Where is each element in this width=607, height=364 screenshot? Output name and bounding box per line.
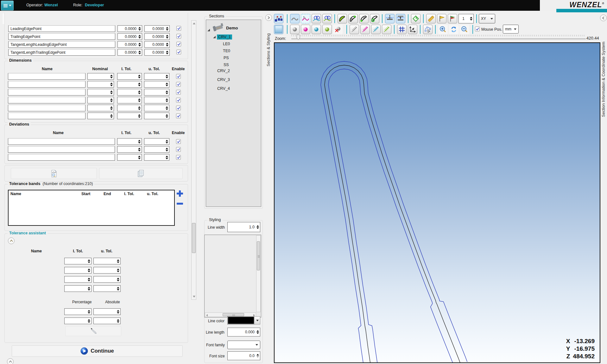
ltol-spinner[interactable]: 0.0000 [117,41,142,48]
spinner-arrows[interactable] [165,73,169,79]
enable-checkbox[interactable] [176,74,181,79]
spinner-arrows[interactable] [87,267,91,273]
utol-spinner[interactable] [93,258,121,264]
airfoil-green-button[interactable] [338,14,347,23]
tree-item-demo[interactable]: Demo [226,26,238,30]
spinner-arrows[interactable] [109,81,114,87]
airfoil-le-button[interactable] [348,14,358,23]
spinner-arrows[interactable] [165,89,169,95]
left-panel-scrollbar[interactable] [191,20,196,300]
points-best-button[interactable] [322,25,332,34]
tree-item-ps[interactable]: PS [224,56,229,60]
spinner-arrows[interactable] [137,97,142,103]
spinner-arrows[interactable] [109,97,114,103]
flag-single-button[interactable] [437,14,446,23]
enable-checkbox[interactable] [176,26,181,31]
ltol-spinner[interactable] [117,154,142,161]
utol-spinner[interactable]: 0.0000 [144,49,170,56]
expand-info-strip-button[interactable] [600,15,607,21]
utol-spinner[interactable]: 0.0000 [144,33,170,40]
dimension-name[interactable] [8,89,85,96]
enable-checkbox[interactable] [176,42,181,46]
airfoil-circle-button[interactable] [370,14,379,23]
ltol-spinner[interactable] [64,267,92,274]
ltol-spinner[interactable] [117,146,142,153]
collapse-assistant-button[interactable] [8,238,15,244]
ltol-spinner[interactable] [64,258,92,264]
preview-curve-button[interactable] [11,168,97,179]
zoom-out-button[interactable] [460,25,469,34]
ltol-spinner[interactable] [64,276,92,283]
utol-spinner[interactable] [144,81,169,88]
zoom-in-button[interactable] [438,25,448,34]
parameter-name[interactable]: LeadingEdgePoint [8,25,115,32]
nominal-spinner[interactable] [87,73,114,80]
ltol-spinner[interactable]: 0.0000 [117,49,142,56]
enable-checkbox[interactable] [176,98,181,102]
utol-spinner[interactable] [144,146,169,153]
collapse-panel-button[interactable] [7,358,14,364]
spinner-arrows[interactable] [137,105,142,111]
edit-curve-button[interactable] [301,14,310,23]
spinner-arrows[interactable] [137,89,142,95]
dimension-name[interactable] [8,113,85,119]
spinner-arrows[interactable] [116,286,120,292]
percentage-spinner[interactable] [64,308,92,315]
points-fitted-button[interactable] [312,25,321,34]
section-viewport[interactable]: X-13.269 Y-16.975 Z484.952 [274,42,600,363]
spinner-arrows[interactable] [87,309,91,315]
tree-item-le0[interactable]: LE0 [223,42,230,46]
scrollbar-thumb[interactable] [192,223,196,253]
line-color-swatch[interactable] [227,316,255,324]
ltol-spinner[interactable]: 0.0000 [117,25,142,32]
dimension-name[interactable] [8,105,85,111]
ltol-spinner[interactable] [117,81,142,88]
font-size-spinner[interactable]: 0.0 [227,351,260,360]
absolute-spinner[interactable] [93,318,121,324]
whiskers-fitted-button[interactable] [371,25,381,34]
tree-item-te0[interactable]: TE0 [223,49,230,53]
parameter-name[interactable]: TrailingEdgePoint [8,33,115,40]
spinner-arrows[interactable] [137,154,142,160]
ltol-spinner[interactable]: 0.0000 [117,33,142,40]
spinner-arrows[interactable] [165,26,169,32]
spinner-arrows[interactable] [87,258,91,264]
ltol-spinner[interactable] [117,97,142,103]
enable-checkbox[interactable] [176,147,181,152]
scroll-left-arrow[interactable] [206,314,208,317]
measure-button[interactable] [426,14,436,23]
line-color-dropdown-button[interactable] [254,316,260,324]
enable-checkbox[interactable] [176,90,181,95]
parameter-name[interactable]: TangentLengthLeadingEdgePoint [8,41,115,48]
tree-item-crv4[interactable]: CRV_4 [217,86,230,91]
utol-spinner[interactable] [144,97,169,103]
spinner-arrows[interactable] [109,73,114,79]
nominal-spinner[interactable] [87,113,114,119]
tree-item-crv3[interactable]: CRV_3 [217,77,230,82]
spinner-arrows[interactable] [109,89,114,95]
utol-spinner[interactable] [93,285,121,292]
add-band-button[interactable] [176,190,184,198]
enable-checkbox[interactable] [176,155,181,160]
hamburger-menu-button[interactable] [1,1,14,10]
scroll-up-arrow[interactable] [193,22,195,24]
spinner-arrows[interactable] [116,276,120,282]
enable-checkbox[interactable] [176,34,181,39]
utol-spinner[interactable] [144,113,169,119]
tree-item-crv2[interactable]: CRV_2 [217,69,230,73]
ltol-spinner[interactable] [117,89,142,96]
spinner-arrows[interactable] [137,26,142,32]
fitted-curve-button[interactable] [322,14,332,23]
spinner-arrows[interactable] [165,97,169,103]
utol-spinner[interactable] [144,73,169,80]
ltol-spinner[interactable] [64,285,92,292]
spinner-arrows[interactable] [137,113,142,119]
spinner-arrows[interactable] [116,267,120,273]
spinner-arrows[interactable] [165,146,169,152]
tree-item-ss[interactable]: SS [224,63,229,67]
enable-checkbox[interactable] [176,106,181,110]
enable-checkbox[interactable] [176,50,181,54]
scrollbar-thumb[interactable] [257,241,260,270]
percentage-spinner[interactable] [64,318,92,324]
whiskers-measured-button[interactable] [360,25,370,34]
